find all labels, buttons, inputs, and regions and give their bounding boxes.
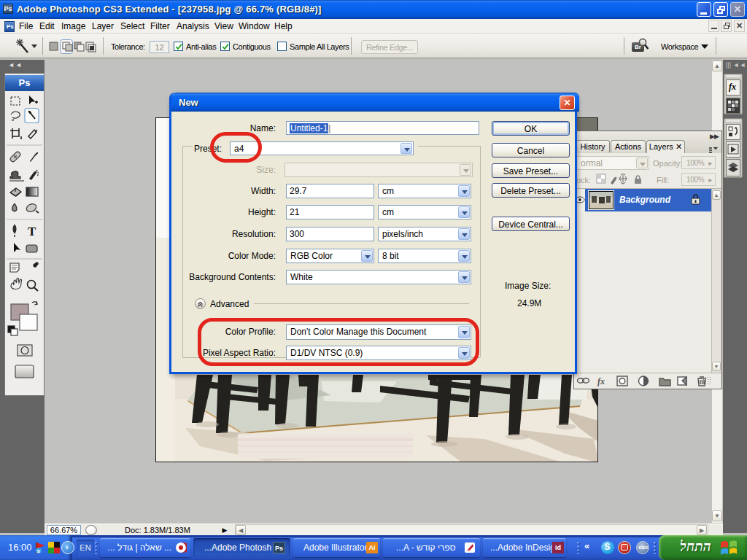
svg-text:s: s xyxy=(37,548,41,554)
svg-text:T: T xyxy=(28,225,36,238)
svg-text:fx: fx xyxy=(597,376,605,386)
